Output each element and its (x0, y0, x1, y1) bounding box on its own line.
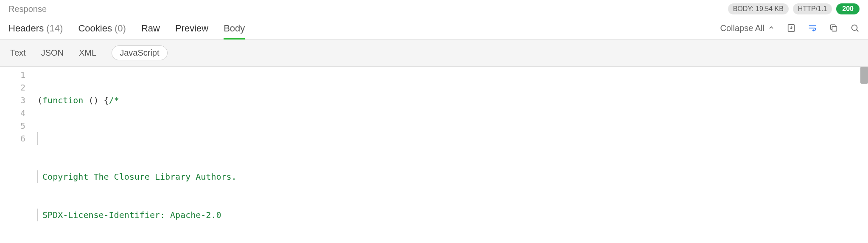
tab-headers-label: Headers (8, 23, 44, 34)
code-line: SPDX-License-Identifier: Apache-2.0 (37, 209, 860, 221)
code-editor[interactable]: 1 2 3 4 5 6 (function () {/* Copyright T… (0, 67, 868, 243)
code-line (37, 132, 860, 145)
format-subtabs: Text JSON XML JavaScript (0, 40, 868, 67)
subtab-javascript[interactable]: JavaScript (112, 45, 167, 60)
code-line: Copyright The Closure Library Authors. (37, 170, 860, 183)
line-gutter: 1 2 3 4 5 6 (0, 67, 34, 243)
tab-raw[interactable]: Raw (141, 17, 160, 39)
tab-headers-count: (14) (46, 23, 63, 34)
chevron-up-icon (768, 23, 775, 33)
svg-point-4 (852, 25, 857, 31)
tab-body[interactable]: Body (224, 17, 245, 39)
tab-preview[interactable]: Preview (175, 17, 208, 39)
tab-cookies-label: Cookies (78, 23, 112, 34)
line-number: 5 (0, 119, 25, 132)
response-tabs: Headers (14) Cookies (0) Raw Preview Bod… (8, 17, 245, 39)
body-size-badge: BODY: 19.54 KB (728, 3, 789, 14)
subtab-text[interactable]: Text (10, 48, 26, 58)
code-line: (function () {/* (37, 94, 860, 107)
svg-line-5 (857, 30, 858, 31)
svg-rect-3 (832, 26, 837, 31)
status-group: BODY: 19.54 KB HTTP/1.1 200 (728, 3, 860, 14)
download-icon[interactable] (787, 23, 796, 33)
status-code-badge: 200 (836, 3, 860, 14)
tab-headers[interactable]: Headers (14) (8, 17, 63, 39)
copy-icon[interactable] (829, 23, 838, 33)
tab-cookies-count: (0) (115, 23, 126, 34)
search-icon[interactable] (850, 23, 860, 33)
code-content[interactable]: (function () {/* Copyright The Closure L… (34, 67, 868, 243)
tab-cookies[interactable]: Cookies (0) (78, 17, 126, 39)
actions-group: Collapse All (720, 23, 860, 33)
protocol-badge: HTTP/1.1 (793, 3, 832, 14)
line-number: 2 (0, 81, 25, 94)
collapse-all-label: Collapse All (720, 23, 764, 33)
line-number: 4 (0, 107, 25, 119)
wrap-lines-icon[interactable] (808, 23, 817, 33)
scrollbar-thumb[interactable] (860, 67, 868, 84)
line-number: 3 (0, 94, 25, 107)
line-number: 1 (0, 68, 25, 81)
collapse-all-button[interactable]: Collapse All (720, 23, 775, 33)
subtab-json[interactable]: JSON (41, 48, 64, 58)
section-title: Response (8, 4, 47, 14)
line-number: 6 (0, 132, 25, 145)
subtab-xml[interactable]: XML (79, 48, 96, 58)
